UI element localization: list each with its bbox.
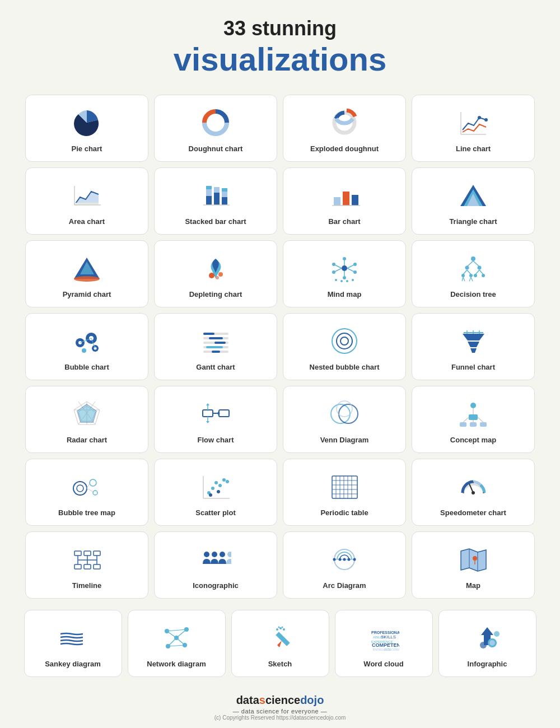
svg-text:PERFORMANCE: PERFORMANCE xyxy=(384,648,399,651)
logo-text-dojo: dojo xyxy=(300,694,324,706)
svg-rect-9 xyxy=(206,196,212,205)
card-radar-chart[interactable]: Radar chart xyxy=(25,386,148,453)
card-map[interactable]: Map xyxy=(412,531,535,599)
card-infographic[interactable]: Infographic xyxy=(438,610,536,677)
svg-line-64 xyxy=(471,277,473,281)
card-timeline[interactable]: Timeline xyxy=(25,531,148,599)
svg-point-38 xyxy=(343,257,346,260)
svg-line-117 xyxy=(478,417,483,422)
svg-line-61 xyxy=(462,277,463,281)
mind-map-icon xyxy=(328,252,361,286)
svg-point-59 xyxy=(474,274,477,277)
card-venn-diagram[interactable]: Venn Diagram xyxy=(283,386,406,453)
arc-diagram-label: Arc Diagram xyxy=(323,581,366,590)
svg-point-112 xyxy=(337,401,352,417)
card-flow-chart[interactable]: Flow chart xyxy=(154,386,277,453)
svg-point-110 xyxy=(331,404,350,423)
card-bar-chart[interactable]: Bar chart xyxy=(283,167,406,235)
card-sketch[interactable]: Sketch xyxy=(231,610,329,677)
card-pie-chart[interactable]: Pie chart xyxy=(25,95,148,162)
svg-rect-163 xyxy=(74,564,81,569)
bubble-chart-label: Bubble chart xyxy=(64,363,109,371)
card-network-diagram[interactable]: Network diagram xyxy=(128,610,226,677)
svg-point-30 xyxy=(218,272,223,277)
svg-line-55 xyxy=(475,270,479,274)
svg-point-175 xyxy=(343,558,346,561)
line-chart-label: Line chart xyxy=(456,144,491,153)
svg-point-57 xyxy=(461,274,465,277)
card-arc-diagram[interactable]: Arc Diagram xyxy=(283,531,406,599)
card-periodic-table[interactable]: Periodic table xyxy=(283,459,406,526)
stacked-bar-chart-icon xyxy=(199,179,232,213)
infographic-label: Infographic xyxy=(468,660,507,668)
depleting-chart-icon xyxy=(199,252,232,286)
svg-point-177 xyxy=(353,558,356,561)
card-doughnut-chart[interactable]: Doughnut chart xyxy=(154,95,277,162)
card-stacked-bar-chart[interactable]: Stacked bar chart xyxy=(154,167,277,235)
svg-marker-194 xyxy=(277,641,282,647)
card-funnel-chart[interactable]: Funnel chart xyxy=(412,313,535,380)
svg-rect-115 xyxy=(469,414,478,420)
card-word-cloud[interactable]: PROFESSIONAL ABILITY SKILLS EXPERIENCE C… xyxy=(335,610,433,677)
svg-rect-12 xyxy=(214,193,220,205)
svg-text:COMPETENCE: COMPETENCE xyxy=(372,642,399,648)
svg-rect-15 xyxy=(222,192,227,197)
svg-point-168 xyxy=(220,552,225,557)
funnel-chart-icon xyxy=(456,325,490,358)
svg-text:SKILLS: SKILLS xyxy=(381,634,396,640)
svg-line-126 xyxy=(87,484,90,488)
logo-accent: s xyxy=(259,694,265,706)
svg-point-195 xyxy=(276,628,278,631)
svg-rect-83 xyxy=(212,351,220,353)
card-bubble-tree-map[interactable]: Bubble tree map xyxy=(25,459,148,526)
svg-point-47 xyxy=(352,279,354,281)
svg-point-51 xyxy=(465,266,469,270)
card-sankey-diagram[interactable]: Sankey diagram xyxy=(24,610,122,677)
svg-line-53 xyxy=(463,270,467,274)
card-depleting-chart[interactable]: Depleting chart xyxy=(154,240,277,307)
svg-point-124 xyxy=(90,479,96,486)
card-scatter-plot[interactable]: Scatter plot xyxy=(154,459,277,526)
card-pyramid-chart[interactable]: Pyramid chart xyxy=(25,240,148,307)
card-iconographic[interactable]: Iconographic xyxy=(154,531,277,599)
card-gantt-chart[interactable]: Gantt chart xyxy=(154,313,277,380)
depleting-chart-label: Depleting chart xyxy=(189,290,242,298)
svg-point-31 xyxy=(342,265,347,271)
mind-map-label: Mind map xyxy=(328,290,362,298)
svg-point-113 xyxy=(470,403,476,408)
pyramid-chart-icon xyxy=(70,252,104,286)
stacked-bar-chart-label: Stacked bar chart xyxy=(185,217,246,226)
svg-point-71 xyxy=(82,348,86,353)
logo-text-data: data xyxy=(236,694,259,706)
radar-chart-icon xyxy=(70,398,104,431)
svg-point-210 xyxy=(480,642,487,648)
bar-chart-label: Bar chart xyxy=(328,217,360,226)
card-concept-map[interactable]: Concept map xyxy=(412,386,535,453)
card-nested-bubble-chart[interactable]: Nested bubble chart xyxy=(283,313,406,380)
card-area-chart[interactable]: Area chart xyxy=(25,167,148,235)
svg-point-111 xyxy=(339,404,358,423)
iconographic-label: Iconographic xyxy=(193,581,239,590)
svg-marker-101 xyxy=(77,404,96,422)
timeline-label: Timeline xyxy=(72,581,102,590)
card-mind-map[interactable]: Mind map xyxy=(283,240,406,307)
card-triangle-chart[interactable]: Triangle chart xyxy=(412,167,535,235)
svg-point-41 xyxy=(353,263,357,266)
svg-line-192 xyxy=(168,645,185,646)
svg-point-45 xyxy=(340,280,343,282)
card-decision-tree[interactable]: Decision tree xyxy=(412,240,535,307)
flow-chart-icon xyxy=(199,398,232,431)
card-bubble-chart[interactable]: Bubble chart xyxy=(25,313,148,380)
svg-rect-121 xyxy=(470,422,477,427)
svg-rect-20 xyxy=(352,195,358,206)
last-row-grid: Sankey diagram Network diagram xyxy=(24,610,536,677)
svg-point-43 xyxy=(343,276,346,279)
line-chart-icon xyxy=(456,106,490,140)
card-exploded-doughnut[interactable]: Exploded doughnut xyxy=(283,95,406,162)
card-speedometer-chart[interactable]: Speedometer chart xyxy=(412,459,535,526)
svg-rect-10 xyxy=(206,189,212,196)
svg-line-63 xyxy=(469,277,471,281)
card-line-chart[interactable]: Line chart xyxy=(412,95,535,162)
footer-tagline: — data science for everyone — xyxy=(233,708,328,715)
bar-chart-icon xyxy=(328,179,361,213)
